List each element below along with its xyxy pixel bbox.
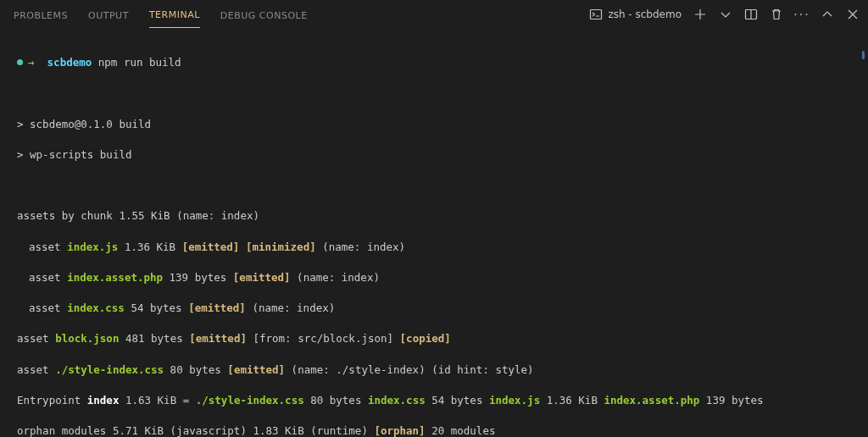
output-line: assets by chunk 1.55 KiB (name: index) [17,208,853,224]
tab-problems[interactable]: PROBLEMS [14,2,68,28]
svg-rect-0 [591,10,602,19]
scrollbar-thumb[interactable] [862,51,865,59]
terminal-output[interactable]: → scbdemo npm run build > scbdemo@0.1.0 … [0,30,868,437]
output-line: orphan modules 5.71 KiB (javascript) 1.8… [17,423,853,437]
trash-icon[interactable] [770,8,783,21]
split-terminal-button[interactable] [744,8,758,21]
output-line: asset index.css 54 bytes [emitted] (name… [17,301,853,316]
terminal-icon [589,8,603,21]
chevron-down-icon[interactable] [719,8,732,21]
panel-header: PROBLEMS OUTPUT TERMINAL DEBUG CONSOLE z… [0,0,868,30]
new-terminal-button[interactable] [693,8,707,21]
output-line: asset index.asset.php 139 bytes [emitted… [17,270,853,285]
panel-tabs: PROBLEMS OUTPUT TERMINAL DEBUG CONSOLE [14,1,308,28]
output-line: asset block.json 481 bytes [emitted] [fr… [17,331,853,346]
more-actions-button[interactable]: ··· [795,8,809,21]
chevron-up-icon[interactable] [821,8,834,21]
tab-output[interactable]: OUTPUT [88,2,129,28]
output-line: > scbdemo@0.1.0 build [17,117,853,132]
shell-name: zsh - scbdemo [608,8,682,20]
terminal-shell-label[interactable]: zsh - scbdemo [589,8,682,21]
output-line: Entrypoint index 1.63 KiB = ./style-inde… [17,393,853,408]
close-icon[interactable] [846,8,860,21]
output-line: asset index.js 1.36 KiB [emitted] [minim… [17,240,853,255]
output-line: asset ./style-index.css 80 bytes [emitte… [17,362,853,378]
prompt-line: → scbdemo npm run build [17,55,853,70]
tab-debug-console[interactable]: DEBUG CONSOLE [220,2,308,28]
tab-terminal[interactable]: TERMINAL [149,1,200,28]
output-line: > wp-scripts build [17,147,853,163]
